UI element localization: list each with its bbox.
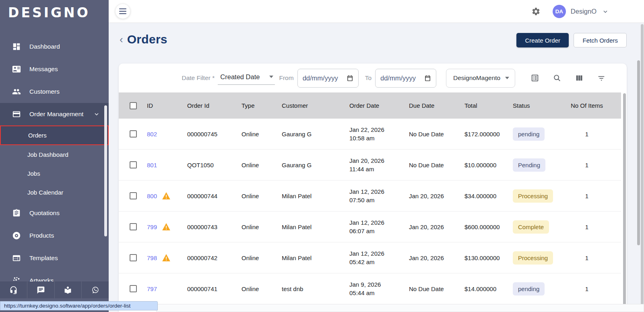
columns-icon bbox=[575, 74, 584, 82]
col-header-type[interactable]: Type bbox=[238, 102, 279, 109]
order-id-link[interactable]: 802 bbox=[147, 131, 157, 138]
cell-order-date: Jan 12, 202605:42 am bbox=[346, 249, 406, 266]
library-button[interactable] bbox=[54, 281, 82, 298]
cell-no-of-items: 1 bbox=[559, 285, 615, 292]
cell-due-date: Jan 20, 2026 bbox=[406, 224, 461, 230]
sidebar-item-templates[interactable]: Templates bbox=[0, 247, 109, 269]
chevron-down-icon bbox=[93, 111, 100, 117]
templates-icon bbox=[12, 254, 21, 263]
customers-icon bbox=[12, 87, 21, 96]
sidebar-item-orders[interactable]: Orders bbox=[0, 125, 109, 145]
order-id-link[interactable]: 801 bbox=[147, 162, 157, 168]
col-header-due-date[interactable]: Due Date bbox=[406, 102, 461, 109]
cell-customer: Gaurang G bbox=[279, 162, 346, 168]
cell-type: Online bbox=[238, 193, 279, 199]
col-header-customer[interactable]: Customer bbox=[279, 102, 346, 109]
channel-value: DesignoMagento bbox=[453, 74, 500, 82]
from-date-field bbox=[297, 69, 359, 88]
col-header-status[interactable]: Status bbox=[510, 102, 559, 109]
table-row: 797 000000741 Online test dnb Jan 9, 202… bbox=[119, 273, 621, 304]
sidebar-item-label: Order Management bbox=[29, 111, 85, 118]
sidebar-item-job-calendar[interactable]: Job Calendar bbox=[0, 183, 109, 202]
status-badge: Pending bbox=[513, 158, 545, 172]
cell-customer: Gaurang G bbox=[279, 131, 346, 138]
col-header-order-date[interactable]: Order Date bbox=[346, 101, 406, 110]
to-label: To bbox=[365, 74, 372, 82]
cell-customer: Milan Patel bbox=[279, 224, 346, 230]
row-checkbox[interactable] bbox=[130, 254, 137, 261]
to-date-input[interactable] bbox=[380, 74, 421, 82]
cell-type: Online bbox=[238, 255, 279, 261]
library-icon bbox=[64, 286, 72, 294]
search-icon bbox=[553, 74, 561, 82]
row-checkbox[interactable] bbox=[130, 223, 137, 230]
col-header-order-id[interactable]: Order Id bbox=[184, 102, 238, 109]
list-view-button[interactable] bbox=[530, 74, 539, 82]
fetch-orders-button[interactable]: Fetch Orders bbox=[574, 33, 627, 47]
cell-order-date: Jan 22, 202610:58 am bbox=[346, 125, 406, 142]
order-management-icon bbox=[12, 110, 21, 119]
sidebar-nav: Dashboard Messages Customers Order Manag… bbox=[0, 35, 109, 292]
row-checkbox[interactable] bbox=[130, 285, 137, 292]
menu-toggle-button[interactable] bbox=[115, 4, 130, 19]
filter-button[interactable] bbox=[597, 74, 606, 82]
table-scrollbar[interactable] bbox=[623, 93, 626, 312]
cell-order-id: 000000744 bbox=[184, 193, 238, 199]
col-header-no-of-items[interactable]: No Of Items bbox=[559, 102, 615, 109]
date-filter-value: Created Date bbox=[220, 73, 260, 81]
sidebar: DESIGNO Dashboard Messages Customers Ord… bbox=[0, 0, 109, 312]
headset-icon bbox=[9, 286, 18, 294]
order-id-link[interactable]: 797 bbox=[147, 285, 157, 292]
sidebar-item-label: Templates bbox=[29, 255, 58, 262]
table-toolbar bbox=[530, 74, 606, 82]
sidebar-item-jobs[interactable]: Jobs bbox=[0, 164, 109, 183]
cell-no-of-items: 1 bbox=[559, 224, 615, 230]
sidebar-scrollbar[interactable] bbox=[104, 105, 107, 236]
user-menu-chevron[interactable] bbox=[602, 8, 609, 15]
dropdown-caret-icon bbox=[505, 77, 509, 79]
cell-type: Online bbox=[238, 285, 279, 292]
cell-order-id: QOT1050 bbox=[184, 162, 238, 168]
chat-button[interactable] bbox=[27, 281, 54, 298]
search-button[interactable] bbox=[553, 74, 561, 82]
select-all-checkbox[interactable] bbox=[130, 102, 137, 109]
sidebar-item-label: Job Dashboard bbox=[27, 151, 68, 158]
row-checkbox[interactable] bbox=[130, 192, 137, 199]
settings-button[interactable] bbox=[531, 7, 541, 16]
sidebar-item-messages[interactable]: Messages bbox=[0, 58, 109, 80]
sidebar-item-dashboard[interactable]: Dashboard bbox=[0, 35, 109, 58]
sidebar-item-order-management[interactable]: Order Management bbox=[0, 103, 109, 125]
warning-icon bbox=[162, 223, 170, 230]
calendar-icon[interactable] bbox=[424, 75, 431, 82]
channel-select[interactable]: DesignoMagento bbox=[446, 69, 515, 88]
cell-customer: Milan Patel bbox=[279, 193, 346, 199]
from-date-input[interactable] bbox=[303, 74, 343, 82]
col-header-id[interactable]: ID bbox=[144, 102, 184, 109]
avatar[interactable]: DA bbox=[553, 5, 566, 18]
support-headset-button[interactable] bbox=[0, 281, 27, 298]
cell-customer: test dnb bbox=[279, 285, 346, 292]
window-scrollbar[interactable] bbox=[641, 24, 644, 310]
row-checkbox[interactable] bbox=[130, 161, 137, 168]
columns-button[interactable] bbox=[575, 74, 584, 82]
date-filter-select[interactable]: Created Date bbox=[218, 72, 275, 85]
horizontal-scrollbar-track[interactable] bbox=[156, 304, 644, 312]
sidebar-item-quotations[interactable]: Quotations bbox=[0, 202, 109, 224]
whatsapp-button[interactable] bbox=[81, 281, 109, 298]
dashboard-icon bbox=[12, 42, 21, 51]
content-scrollbar[interactable] bbox=[637, 60, 640, 245]
sidebar-item-products[interactable]: Products bbox=[0, 224, 109, 247]
cell-due-date: No Due Date bbox=[406, 131, 461, 138]
create-order-button[interactable]: Create Order bbox=[516, 33, 569, 47]
sidebar-item-job-dashboard[interactable]: Job Dashboard bbox=[0, 145, 109, 164]
sidebar-item-label: Dashboard bbox=[29, 43, 60, 50]
order-id-link[interactable]: 800 bbox=[147, 193, 157, 199]
sidebar-item-customers[interactable]: Customers bbox=[0, 80, 109, 103]
topbar: DA DesignO bbox=[109, 0, 644, 23]
order-id-link[interactable]: 798 bbox=[147, 255, 157, 261]
col-header-total[interactable]: Total bbox=[461, 102, 510, 109]
back-chevron-icon[interactable]: ‹ bbox=[120, 32, 123, 47]
calendar-icon[interactable] bbox=[347, 75, 353, 82]
row-checkbox[interactable] bbox=[130, 130, 137, 138]
order-id-link[interactable]: 799 bbox=[147, 224, 157, 230]
